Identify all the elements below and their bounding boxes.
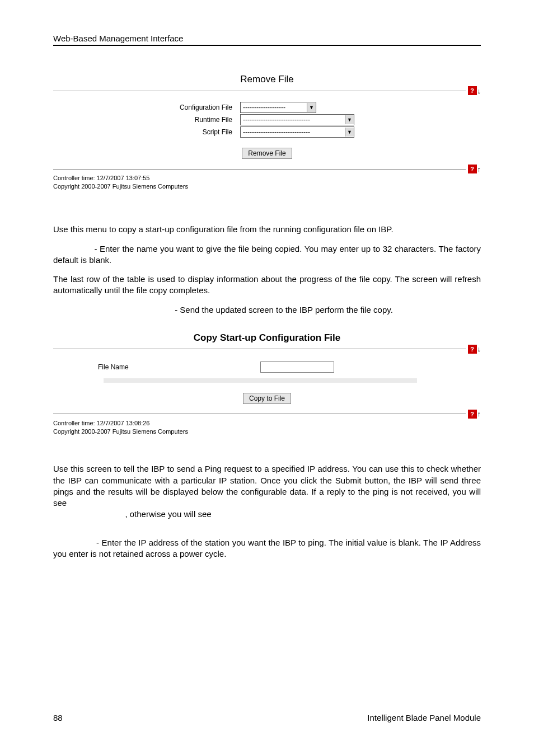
chevron-down-icon: ▼	[307, 103, 316, 112]
intro-text: Use this menu to copy a start-up configu…	[53, 224, 481, 235]
chevron-down-icon: ▼	[345, 128, 354, 137]
copy-startup-panel: Copy Start-up Configuration File ? ↓ Fil…	[53, 332, 481, 435]
filename-input[interactable]	[260, 361, 334, 373]
body-text-1: Use this menu to copy a start-up configu…	[53, 224, 481, 316]
script-file-select[interactable]: ------------------------------ ▼	[240, 126, 354, 138]
panel-title: Remove File	[53, 74, 481, 85]
filename-label: File Name	[53, 363, 199, 371]
chevron-down-icon: ▼	[345, 115, 354, 124]
help-icon[interactable]: ?	[468, 345, 477, 354]
help-icon[interactable]: ?	[468, 165, 477, 173]
page-number: 88	[53, 713, 63, 722]
body-text-2: Use this screen to tell the IBP to send …	[53, 463, 481, 560]
page-header: Web-Based Management Interface	[53, 34, 481, 46]
arrow-up-icon[interactable]: ↑	[477, 165, 481, 173]
controller-time: Controller time: 12/7/2007 13:07:55	[53, 175, 481, 182]
divider-bottom: ? ↑	[53, 410, 481, 419]
progress-bar	[104, 378, 417, 383]
divider-top: ? ↓	[53, 86, 481, 95]
runtime-file-select[interactable]: ------------------------------ ▼	[240, 114, 354, 125]
script-file-label: Script File	[53, 128, 240, 136]
header-title: Web-Based Management Interface	[53, 34, 481, 45]
remove-file-button[interactable]: Remove File	[242, 148, 292, 159]
lastrow-help: The last row of the table is used to dis…	[53, 274, 481, 297]
divider-top: ? ↓	[53, 345, 481, 354]
divider-bottom: ? ↑	[53, 165, 481, 173]
copyright: Copyright 2000-2007 Fujitsu Siemens Comp…	[53, 428, 481, 435]
controller-time: Controller time: 12/7/2007 13:08:26	[53, 420, 481, 427]
send-help: - Send the updated screen to the IBP per…	[87, 304, 481, 316]
config-file-select[interactable]: ------------------- ▼	[240, 102, 316, 113]
arrow-down-icon[interactable]: ↓	[477, 345, 481, 353]
runtime-file-label: Runtime File	[53, 116, 240, 124]
arrow-down-icon[interactable]: ↓	[477, 87, 481, 95]
page-footer: 88 Intelligent Blade Panel Module	[53, 713, 481, 722]
help-icon[interactable]: ?	[468, 410, 477, 419]
filename-help: File Name - Enter the name you want to g…	[53, 243, 481, 266]
ip-help: IP Address - Enter the IP address of the…	[53, 537, 481, 560]
config-file-label: Configuration File	[53, 104, 240, 111]
help-icon[interactable]: ?	[468, 86, 477, 95]
panel-title: Copy Start-up Configuration File	[53, 332, 481, 344]
copyright: Copyright 2000-2007 Fujitsu Siemens Comp…	[53, 183, 481, 190]
arrow-up-icon[interactable]: ↑	[477, 410, 481, 418]
ping-intro: Use this screen to tell the IBP to send …	[53, 463, 481, 520]
doc-title: Intelligent Blade Panel Module	[367, 713, 481, 722]
copy-to-file-button[interactable]: Copy to File	[243, 393, 291, 404]
remove-file-panel: Remove File ? ↓ Configuration File -----…	[53, 74, 481, 190]
